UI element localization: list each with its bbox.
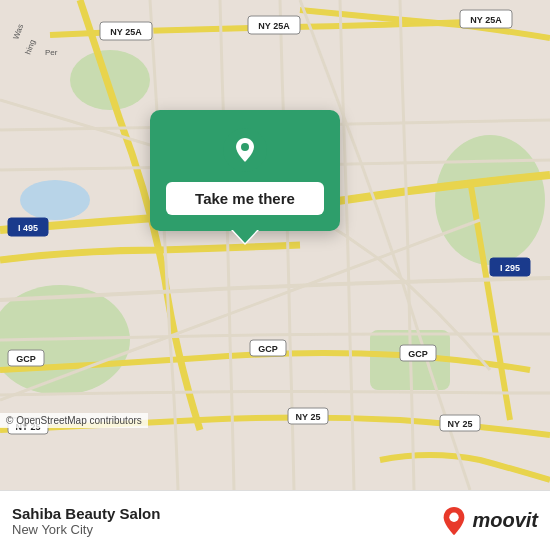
- place-name: Sahiba Beauty Salon: [12, 505, 440, 522]
- moovit-logo: moovit: [440, 505, 538, 537]
- location-pin-icon: [223, 128, 267, 172]
- place-info: Sahiba Beauty Salon New York City: [12, 505, 440, 537]
- moovit-brand-text: moovit: [472, 509, 538, 532]
- bottom-bar: Sahiba Beauty Salon New York City moovit: [0, 490, 550, 550]
- map-container: NY 25A NY 25A NY 25A I 495 I 495 I 295 G…: [0, 0, 550, 490]
- svg-point-2: [435, 135, 545, 265]
- svg-text:NY 25A: NY 25A: [110, 27, 142, 37]
- svg-text:GCP: GCP: [258, 344, 278, 354]
- svg-text:GCP: GCP: [408, 349, 428, 359]
- svg-text:NY 25A: NY 25A: [470, 15, 502, 25]
- moovit-pin-icon: [440, 505, 468, 537]
- svg-point-34: [241, 143, 249, 151]
- svg-point-35: [450, 512, 459, 521]
- popup-card: Take me there: [150, 110, 340, 231]
- take-me-there-button[interactable]: Take me there: [166, 182, 324, 215]
- svg-text:NY 25: NY 25: [448, 419, 473, 429]
- svg-text:I 495: I 495: [18, 223, 38, 233]
- place-city: New York City: [12, 522, 440, 537]
- svg-text:GCP: GCP: [16, 354, 36, 364]
- svg-point-5: [20, 180, 90, 220]
- svg-text:NY 25A: NY 25A: [258, 21, 290, 31]
- svg-text:Per: Per: [45, 48, 58, 57]
- map-attribution: © OpenStreetMap contributors: [0, 413, 148, 428]
- svg-text:I 295: I 295: [500, 263, 520, 273]
- svg-text:NY 25: NY 25: [296, 412, 321, 422]
